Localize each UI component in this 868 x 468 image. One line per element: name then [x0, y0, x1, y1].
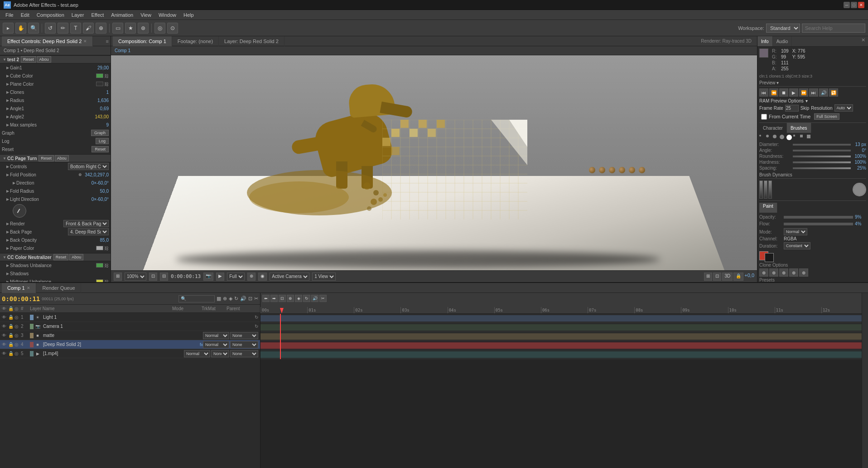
- graph-btn[interactable]: Graph: [91, 130, 109, 136]
- view-mode-dropdown[interactable]: Full: [227, 273, 245, 281]
- viewer-snap-btn[interactable]: ⊡: [149, 273, 157, 281]
- brush-slider-1[interactable]: [759, 180, 763, 199]
- viewer-snap2-btn[interactable]: ⊡: [713, 273, 721, 281]
- prev-audio-btn[interactable]: 🔊: [819, 88, 828, 97]
- plane-color-swatch[interactable]: [96, 82, 103, 86]
- layer-1-solo[interactable]: ◎: [14, 315, 21, 320]
- duration-dropdown[interactable]: Constant: [784, 242, 810, 249]
- layer-2-lock[interactable]: 🔒: [8, 324, 14, 329]
- ram-preview-expand[interactable]: ▾: [805, 98, 808, 103]
- tab-brushes[interactable]: Brushes: [787, 123, 811, 133]
- cube-color-swatch[interactable]: [96, 73, 103, 78]
- layer-3-parent[interactable]: None: [230, 332, 258, 339]
- brush-dot-4[interactable]: [780, 135, 784, 139]
- light-direction-dial[interactable]: [13, 204, 26, 218]
- tab-composition[interactable]: Composition: Comp 1: [113, 36, 172, 46]
- tl-tool-7[interactable]: 🔊: [311, 295, 318, 302]
- plane-color-chain[interactable]: ⛓: [104, 82, 109, 87]
- layer-1-eye[interactable]: 👁: [2, 315, 8, 320]
- viewer-grid-btn[interactable]: ⊞: [114, 273, 122, 281]
- tl-tool-4[interactable]: ⊕: [287, 295, 294, 302]
- current-time-display[interactable]: 0:00:00:11: [2, 295, 40, 302]
- tool-text[interactable]: T: [70, 23, 81, 34]
- tab-info[interactable]: Info: [757, 36, 773, 46]
- tab-footage[interactable]: Footage: (none): [172, 36, 219, 46]
- tab-audio[interactable]: Audio: [773, 36, 792, 46]
- controls-dropdown[interactable]: Bottom Right Corn: [68, 163, 109, 170]
- cc-page-turn-reset[interactable]: Reset: [39, 155, 54, 161]
- viewer-channels-btn[interactable]: ⊕: [247, 273, 256, 281]
- layer-5-parent[interactable]: None: [230, 350, 258, 357]
- frame-rate-input[interactable]: [785, 105, 799, 112]
- brush-dot-3[interactable]: [773, 135, 776, 138]
- prop-fold-direction-value[interactable]: 0×-60,0°: [92, 180, 109, 185]
- tool-3d-cam[interactable]: ◎: [154, 23, 165, 34]
- tab-layer[interactable]: Layer: Deep Red Solid 2: [219, 36, 285, 46]
- brush-dot-1[interactable]: [759, 135, 761, 136]
- roundness-slider[interactable]: [793, 156, 851, 157]
- tl-icon-2[interactable]: ⊕: [223, 296, 227, 302]
- search-help-input[interactable]: [802, 24, 865, 33]
- timeline-scrollbar[interactable]: [862, 293, 868, 468]
- tl-icon-7[interactable]: ✂: [254, 296, 258, 302]
- prev-first-btn[interactable]: ⏮: [759, 88, 768, 97]
- tab-comp1[interactable]: Comp 1 ✕: [2, 283, 36, 293]
- tl-icon-4[interactable]: ↻: [234, 296, 238, 302]
- tl-icon-1[interactable]: ▦: [217, 296, 221, 302]
- angle-slider[interactable]: [793, 150, 851, 151]
- viewer-lock-btn[interactable]: 🔒: [733, 273, 743, 281]
- tab-character[interactable]: Character: [759, 123, 787, 133]
- brush-dot-8[interactable]: [807, 135, 810, 138]
- shadows-unbalance-swatch[interactable]: [96, 263, 103, 268]
- prop-clones-value[interactable]: 1: [106, 90, 109, 95]
- full-screen-btn[interactable]: Full Screen: [814, 113, 839, 120]
- layer-5-eye[interactable]: 👁: [2, 351, 8, 356]
- zoom-dropdown[interactable]: 100%: [125, 273, 146, 281]
- menu-effect[interactable]: Effect: [87, 11, 107, 19]
- layer-3-eye[interactable]: 👁: [2, 333, 8, 338]
- clone-preset-2[interactable]: ⊕: [769, 268, 778, 277]
- close-button[interactable]: ✕: [858, 2, 864, 8]
- brush-preset-grid[interactable]: [759, 135, 866, 140]
- layer-4-parent[interactable]: None: [230, 341, 258, 348]
- tab-effect-controls[interactable]: Effect Controls: Deep Red Solid 2 ✕: [2, 36, 93, 46]
- layer-4-lock[interactable]: 🔒: [8, 342, 14, 347]
- shadows-unbalance-chain[interactable]: ⛓: [104, 263, 109, 268]
- prop-fold-radius-value[interactable]: 50,0: [100, 189, 109, 194]
- prev-loop-btn[interactable]: 🔁: [829, 88, 838, 97]
- effect-test2-reset[interactable]: Reset: [21, 56, 36, 63]
- expand-cc-color-neutralizer[interactable]: ▼: [3, 255, 6, 259]
- layer-3-solo[interactable]: ◎: [14, 333, 21, 338]
- tool-shape-star[interactable]: ★: [125, 23, 136, 34]
- layer-1-lock[interactable]: 🔒: [8, 315, 14, 320]
- tl-tool-1[interactable]: ⬅: [262, 295, 270, 302]
- cc-color-neutralizer-reset[interactable]: Reset: [53, 254, 69, 260]
- tool-zoom[interactable]: 🔍: [28, 23, 39, 34]
- brush-dot-7[interactable]: [800, 135, 803, 137]
- flow-slider[interactable]: [784, 223, 853, 225]
- layer-2-eye[interactable]: 👁: [2, 324, 8, 329]
- layer-1-switch[interactable]: ↻: [255, 315, 258, 320]
- background-color[interactable]: [765, 253, 774, 262]
- layer-5-solo[interactable]: ◎: [14, 351, 21, 356]
- effect-test2-about[interactable]: Abou: [37, 56, 51, 63]
- prop-maxsamples-value[interactable]: 9: [106, 122, 109, 127]
- render-dropdown[interactable]: Front & Back Page: [63, 220, 109, 227]
- paper-color-chain[interactable]: ⛓: [104, 246, 109, 251]
- layer-5-lock[interactable]: 🔒: [8, 351, 14, 356]
- tl-tool-5[interactable]: ◈: [295, 295, 302, 302]
- tl-icon-6[interactable]: ⊡: [248, 296, 252, 302]
- layer-5-mode[interactable]: Normal: [184, 350, 210, 357]
- prev-next-btn[interactable]: ⏩: [799, 88, 808, 97]
- layer-3-mode[interactable]: Normal: [203, 332, 229, 339]
- tab-render-queue[interactable]: Render Queue: [37, 283, 81, 293]
- spacing-slider[interactable]: [793, 167, 851, 169]
- tool-clone[interactable]: ⊕: [96, 23, 106, 34]
- brush-dot-5[interactable]: [786, 135, 792, 140]
- prev-back-btn[interactable]: ⏪: [769, 88, 778, 97]
- menu-layer[interactable]: Layer: [68, 11, 88, 19]
- menu-help[interactable]: Help: [180, 11, 198, 19]
- clone-preset-5[interactable]: ⊕: [799, 268, 808, 277]
- tab-paint[interactable]: Paint: [759, 203, 777, 213]
- prop-radius-value[interactable]: 1,636: [97, 98, 109, 103]
